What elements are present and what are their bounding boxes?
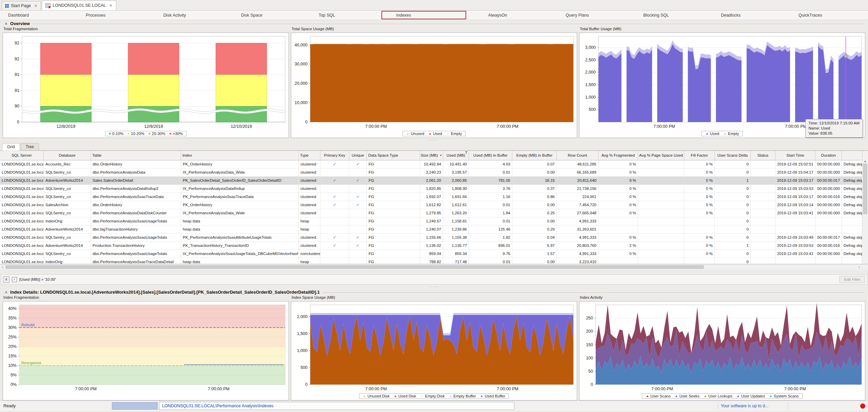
collapse-icon[interactable]: ∧ (5, 21, 7, 26)
table-row[interactable]: LONDONSQL01.se.localAdventureWorks2014Sa… (0, 177, 868, 185)
column-header-sql-server[interactable]: SQL Server (0, 151, 44, 160)
tab-server[interactable]: LONDONSQL01.SE.LOCAL ✕ (42, 0, 116, 10)
tab-grid[interactable]: Grid (2, 143, 20, 151)
legend-marker-icon: ■ (109, 132, 111, 135)
nav-tab-indexes[interactable]: Indexes (381, 11, 467, 19)
column-header-data-space-type[interactable]: Data Space Type (367, 151, 420, 160)
vertical-scrollbar[interactable]: ▲ (862, 160, 868, 264)
nav-tab-processes[interactable]: Processes (78, 11, 155, 20)
column-header-unique[interactable]: Unique (349, 151, 367, 160)
column-header-label: Start Time (786, 153, 804, 157)
table-row[interactable]: LONDONSQL01.se.localSQLSentry_codbo.Perf… (0, 193, 868, 201)
legend-label: User Updates (741, 394, 765, 398)
cell-used-mb: 1,612.61 (443, 201, 469, 209)
scrollbar-thumb[interactable] (5, 265, 704, 269)
software-update-link[interactable]: Your software is up to d... (718, 402, 788, 410)
nav-tab-dashboard[interactable]: Dashboard (0, 11, 78, 20)
legend-marker-icon: ▲ (646, 394, 649, 398)
column-header-table[interactable]: Table (91, 151, 181, 160)
cell-avg-page-space-used (638, 201, 684, 209)
legend-marker-icon: ▲ (394, 394, 397, 398)
horizontal-scrollbar[interactable]: ‹ › (0, 264, 868, 270)
table-row[interactable]: LONDONSQL01.se.localSQLSentry_codbo.Perf… (0, 250, 868, 258)
nav-tab-query-plans[interactable]: Query Plans (557, 11, 635, 20)
table-row[interactable]: LONDONSQL01.se.localSQLSentry_codbo.Perf… (0, 169, 868, 177)
nav-tab-quicktraces[interactable]: QuickTraces (790, 11, 868, 20)
column-header-primary-key[interactable]: Primary Key (320, 151, 349, 160)
close-icon[interactable]: ✕ (109, 3, 112, 8)
chart-canvas-index-space-usage[interactable]: 2,0001,5001,00050007:00:00 PM7:00:00 PM (291, 301, 577, 392)
nav-tab-disk-activity[interactable]: Disk Activity (155, 11, 233, 20)
column-header-type[interactable]: Type (299, 151, 320, 160)
column-header-database[interactable]: Database (44, 151, 91, 160)
section-title: Overview (10, 21, 30, 26)
collapse-icon[interactable]: ∧ (5, 290, 7, 294)
column-header-index[interactable]: Index (181, 151, 299, 160)
cell-unique: ✓ (349, 201, 367, 209)
table-row[interactable]: LONDONSQL01.se.localAdventureWorks2014db… (0, 225, 868, 234)
column-header-label: Duration (821, 153, 836, 157)
table-row[interactable]: LONDONSQL01.se.localSQLSentry_codbo.Perf… (0, 234, 868, 242)
nav-tab-alwayson[interactable]: AlwaysOn (480, 11, 557, 20)
splitter-handle[interactable]: ····· (0, 138, 868, 142)
cell-sql-server: LONDONSQL01.se.local (0, 242, 44, 250)
table-row[interactable]: LONDONSQL01.se.localAccounts_Recdbo.Orde… (0, 160, 868, 169)
clear-filter-button[interactable]: x (3, 276, 9, 283)
scroll-left-icon[interactable]: ‹ (0, 265, 5, 269)
nav-tab-disk-space[interactable]: Disk Space (233, 11, 311, 20)
table-row[interactable]: LONDONSQL01.se.localSalesArchivedbo.Orde… (0, 201, 868, 209)
chart-canvas-index-activity[interactable]: 2502001501005007:00:00 PM7:00:00 PM (579, 301, 865, 392)
column-header-user-scans-delta[interactable]: User Scans Delta (715, 151, 751, 160)
scroll-right-icon[interactable]: › (856, 265, 862, 269)
chart-canvas-total-fragmentation[interactable]: 9292919190012/8/201912/9/201912/10/2019 (3, 33, 289, 130)
legend-item-empty-disk: ▲Empty Disk (420, 394, 445, 398)
cell-start-time: 2019-12-09 15:03:41 (775, 250, 815, 258)
cell-used-mb: 717.48 (443, 258, 469, 264)
column-header-avg-fragmented[interactable]: Avg % Fragmented (598, 151, 638, 160)
status-path[interactable]: LONDONSQL01.SE.LOCAL\Performance Analysi… (159, 402, 514, 410)
column-header-used-mb-in-buffer[interactable]: Used (MB) in Buffer (469, 151, 512, 160)
column-header-duration[interactable]: Duration (815, 151, 842, 160)
column-header-used-mb[interactable]: Used (MB) (443, 151, 469, 160)
legend-marker-icon: ■ (169, 132, 171, 135)
chart-canvas-total-buffer-usage[interactable]: 3,0002,5002,0001,5001,0005007:00:00 PM7:… (579, 33, 865, 130)
close-icon[interactable]: ✕ (34, 4, 37, 8)
svg-text:500: 500 (589, 107, 596, 112)
nav-tab-blocking-sql[interactable]: Blocking SQL (635, 11, 713, 20)
column-header-row-count[interactable]: Row Count (557, 151, 598, 160)
column-header-label: Unique (352, 153, 364, 157)
filter-icon[interactable] (465, 151, 468, 154)
record-icon[interactable] (860, 404, 865, 409)
column-header-size-mb[interactable]: Size (MB)▼ (420, 151, 443, 160)
cell-start-time: 2019-12-09 15:03:14 (775, 201, 815, 209)
cell-empty-mb-in-buffer: 0.37 (512, 185, 557, 193)
column-header-start-time[interactable]: Start Time (775, 151, 815, 160)
edit-filter-button[interactable]: Edit Filter (840, 276, 865, 283)
table-row[interactable]: LONDONSQL01.se.localSQLSentry_codbo.Perf… (0, 209, 868, 217)
column-header-spacer[interactable] (842, 151, 863, 160)
nav-tab-top-sql[interactable]: Top SQL (311, 11, 388, 20)
scrollbar-thumb[interactable] (863, 163, 867, 214)
column-header-empty-mb-in-buffer[interactable]: Empty (MB) in Buffer (512, 151, 557, 160)
cell-sql-server: LONDONSQL01.se.local (0, 225, 44, 233)
table-row[interactable]: LONDONSQL01.se.localIndexOrigdbo.Perform… (0, 217, 868, 225)
cell-duration: 00:00:00.000 (815, 209, 842, 217)
nav-tab-deadlocks[interactable]: Deadlocks (713, 11, 790, 20)
scroll-up-icon[interactable]: ▲ (864, 160, 867, 163)
legend-label: User Lookups (708, 394, 732, 398)
column-header-fill-factor[interactable]: Fill Factor (684, 151, 715, 160)
chart-canvas-index-fragmentation[interactable]: 40%35%30%25%20%15%10%5%0%RebuildReorgani… (3, 301, 289, 392)
table-row[interactable]: LONDONSQL01.se.localIndexOrigdbo.Perform… (0, 258, 868, 264)
svg-text:200: 200 (586, 329, 593, 334)
splitter-handle[interactable]: ····· (0, 285, 868, 289)
tab-start-page[interactable]: Start Page ✕ (1, 1, 41, 10)
table-row[interactable]: LONDONSQL01.se.localAdventureWorks2014Pr… (0, 242, 868, 250)
column-header-status[interactable]: Status (751, 151, 775, 160)
cell-size-mb: 2,061.20 (420, 177, 443, 184)
table-row[interactable]: LONDONSQL01.se.localSQLSentry_codbo.Perf… (0, 185, 868, 193)
tab-tree[interactable]: Tree (21, 143, 39, 150)
column-header-avg-page-space-used[interactable]: Avg % Page Space Used (638, 151, 684, 160)
chart-canvas-total-space-usage[interactable]: 40,00030,00020,00010,00007:00:00 PM7:00:… (291, 33, 577, 130)
filter-checkbox[interactable]: ✓ (12, 277, 17, 282)
cell-start-time: 2019-12-09 15:03:17 (775, 177, 815, 184)
